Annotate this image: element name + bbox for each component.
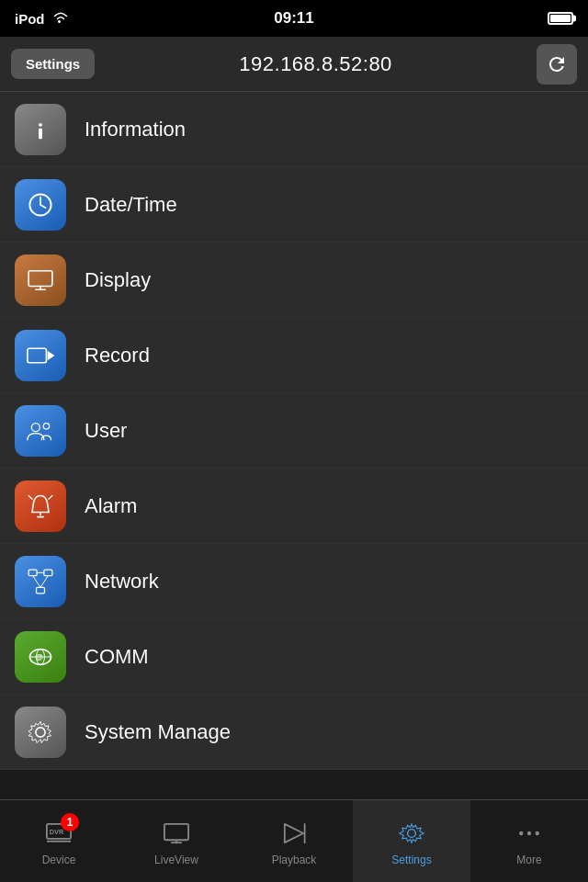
svg-point-27 <box>36 727 45 736</box>
menu-content: Information Date/Time Display Record Use… <box>0 92 588 799</box>
wifi-icon <box>52 11 69 27</box>
menu-item-user[interactable]: User <box>0 393 588 469</box>
more-icon <box>509 817 549 850</box>
svg-point-38 <box>527 831 531 834</box>
svg-point-36 <box>408 829 416 837</box>
record-icon <box>15 330 66 381</box>
alarm-label: Alarm <box>85 494 137 518</box>
svg-marker-34 <box>285 823 303 842</box>
tab-liveview[interactable]: LiveView <box>118 800 235 882</box>
settings-icon <box>391 817 432 850</box>
user-label: User <box>85 419 127 443</box>
liveview-tab-label: LiveView <box>154 854 198 866</box>
menu-item-record[interactable]: Record <box>0 318 588 393</box>
svg-point-37 <box>519 831 523 834</box>
svg-rect-9 <box>28 348 47 362</box>
svg-text:@: @ <box>35 652 43 662</box>
datetime-label: Date/Time <box>85 193 177 217</box>
tab-more[interactable]: More <box>470 800 588 882</box>
ip-address-display: 192.168.8.52:80 <box>109 52 522 76</box>
device-badge: 1 <box>61 813 79 831</box>
carrier-wifi: iPod <box>15 11 69 27</box>
menu-item-network[interactable]: Network <box>0 544 588 619</box>
information-icon <box>15 104 66 155</box>
more-tab-label: More <box>516 854 541 866</box>
svg-line-5 <box>40 205 46 208</box>
svg-point-39 <box>536 831 539 834</box>
display-icon <box>15 254 66 306</box>
sysmanage-icon <box>15 707 66 758</box>
svg-rect-18 <box>44 570 52 575</box>
svg-rect-6 <box>28 270 52 286</box>
status-bar: iPod 09:11 <box>0 0 588 37</box>
device-icon: DVR1 <box>39 817 79 850</box>
tab-settings[interactable]: Settings <box>353 800 470 882</box>
svg-rect-19 <box>37 587 45 593</box>
network-label: Network <box>85 570 159 594</box>
alarm-icon <box>15 481 66 532</box>
menu-item-alarm[interactable]: Alarm <box>0 469 588 544</box>
svg-point-12 <box>43 423 49 428</box>
network-icon <box>15 556 66 607</box>
tab-playback[interactable]: Playback <box>235 800 353 882</box>
carrier-label: iPod <box>15 11 45 27</box>
information-label: Information <box>85 118 186 141</box>
status-time: 09:11 <box>274 9 313 28</box>
menu-item-datetime[interactable]: Date/Time <box>0 167 588 243</box>
settings-tab-label: Settings <box>391 854 431 866</box>
user-icon <box>15 405 66 457</box>
svg-rect-2 <box>39 128 42 139</box>
header: Settings 192.168.8.52:80 <box>0 37 588 92</box>
playback-icon <box>274 817 314 850</box>
svg-line-15 <box>28 495 32 499</box>
battery-icon <box>548 12 573 25</box>
playback-tab-label: Playback <box>272 854 317 866</box>
svg-point-1 <box>39 122 42 126</box>
svg-point-11 <box>31 423 40 431</box>
sysmanage-label: System Manage <box>85 720 231 744</box>
settings-back-button[interactable]: Settings <box>11 49 95 79</box>
menu-item-sysmanage[interactable]: System Manage <box>0 695 588 770</box>
svg-line-20 <box>33 575 40 587</box>
svg-line-21 <box>40 575 48 587</box>
refresh-button[interactable] <box>537 44 577 85</box>
tab-device[interactable]: DVR1Device <box>0 800 118 882</box>
menu-item-display[interactable]: Display <box>0 243 588 318</box>
comm-label: COMM <box>85 645 149 669</box>
svg-rect-17 <box>28 570 37 575</box>
svg-line-16 <box>49 495 52 499</box>
comm-icon: @ <box>15 631 66 683</box>
menu-list: Information Date/Time Display Record Use… <box>0 92 588 770</box>
menu-item-information[interactable]: Information <box>0 92 588 167</box>
battery-area <box>548 12 573 25</box>
record-label: Record <box>85 344 150 368</box>
svg-rect-31 <box>164 823 188 839</box>
datetime-icon <box>15 179 66 231</box>
display-label: Display <box>85 268 151 292</box>
svg-marker-10 <box>48 350 55 359</box>
liveview-icon <box>156 817 197 850</box>
tab-bar: DVR1DeviceLiveViewPlaybackSettingsMore <box>0 799 588 882</box>
device-tab-label: Device <box>42 854 76 866</box>
svg-text:DVR: DVR <box>50 828 64 836</box>
menu-item-comm[interactable]: @ COMM <box>0 619 588 695</box>
